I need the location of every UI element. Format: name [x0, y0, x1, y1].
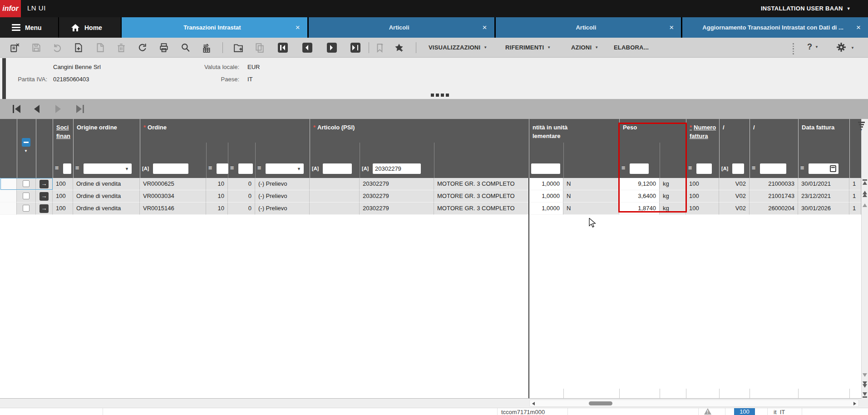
table-row[interactable]: →100Ordine di venditaVR0015146100(-) Pre… [0, 203, 861, 215]
row-drilldown-button[interactable]: → [39, 192, 49, 201]
pane-split-line[interactable] [528, 178, 529, 399]
col-header-numero_fattura[interactable]: *Numero fattura [690, 123, 716, 140]
close-icon[interactable]: × [296, 23, 300, 32]
horizontal-scroll-thumb[interactable] [589, 401, 612, 405]
scroll-page-up-button[interactable] [862, 191, 867, 197]
scroll-left-icon[interactable] [532, 402, 535, 405]
filter-soci-operator[interactable]: = [55, 164, 59, 172]
menu-riferimenti[interactable]: RIFERIMENTI▼ [505, 44, 551, 51]
filter-origine-input[interactable]: ▼ [84, 163, 132, 174]
col-header-data_fattura[interactable]: Data fattura [802, 123, 847, 132]
scroll-page-down-button[interactable] [862, 381, 867, 388]
next-page-button[interactable] [55, 105, 61, 113]
filter-datafat-operator[interactable]: = [800, 164, 804, 172]
row-checkbox[interactable] [23, 180, 30, 187]
bookmark-add-button[interactable] [375, 43, 385, 53]
favorite-add-button[interactable] [394, 43, 404, 53]
col-header-slash1[interactable]: / [723, 123, 747, 132]
filter-art1-input[interactable] [323, 163, 352, 174]
new-record-button[interactable] [74, 43, 84, 53]
first-record-button[interactable] [278, 43, 288, 53]
filter-origine-operator[interactable]: = [75, 164, 79, 172]
scroll-down-button[interactable] [862, 373, 867, 377]
settings-button[interactable]: ▼ [836, 42, 846, 52]
scroll-bottom-button[interactable] [862, 392, 867, 398]
close-icon[interactable]: × [483, 23, 487, 32]
home-button[interactable]: Home [59, 17, 122, 38]
filter-kind-input[interactable]: ▼ [266, 163, 304, 174]
scroll-up-button[interactable] [862, 203, 867, 207]
filter-qty-input[interactable] [531, 163, 560, 174]
col-header-slash2[interactable]: / [753, 123, 795, 132]
toolbar-overflow-handle[interactable] [793, 43, 794, 56]
filter-peso-operator[interactable]: = [621, 164, 625, 172]
previous-record-button[interactable] [302, 43, 312, 53]
table-row[interactable]: →100Ordine di venditaVR0000625100(-) Pre… [0, 178, 861, 190]
tab-articoli-2[interactable]: Articoli × [496, 17, 683, 38]
col-header-quantita[interactable]: ntità in unità lementare [533, 123, 616, 140]
tab-aggiornamento-transazioni[interactable]: Aggiornamento Transazioni Intrastat con … [682, 17, 868, 38]
search-button[interactable] [180, 43, 190, 53]
duplicate-button[interactable] [95, 43, 105, 53]
save-button[interactable] [31, 43, 41, 53]
print-button[interactable] [159, 43, 169, 53]
row-drilldown-button[interactable]: → [39, 180, 49, 188]
filter-slash1-input[interactable] [732, 163, 744, 174]
filter-ordno-input[interactable] [153, 163, 188, 174]
calendar-icon[interactable] [830, 165, 836, 172]
menu-button[interactable]: Menu [0, 17, 59, 38]
user-menu[interactable]: INSTALLATION USER BAAN▼ [761, 5, 851, 12]
col-header-soci[interactable]: Soci finan [56, 123, 70, 140]
scroll-right-icon[interactable] [853, 402, 856, 405]
copy-button[interactable] [255, 43, 265, 53]
col-header-peso[interactable]: Peso [623, 123, 683, 132]
last-page-button[interactable] [76, 105, 82, 113]
company-badge[interactable]: 100 [734, 408, 755, 415]
filter-art2-input[interactable]: 20302279 [373, 163, 421, 174]
exchange-data-button[interactable] [202, 43, 212, 53]
filter-slash1-operator[interactable]: [A] [721, 166, 728, 171]
filter-numfat-input[interactable] [696, 163, 712, 174]
close-form-button[interactable] [10, 43, 20, 53]
menu-azioni[interactable]: AZIONI▼ [571, 44, 598, 51]
splitter-drag-handle[interactable] [431, 94, 449, 97]
row-checkbox[interactable] [23, 205, 30, 212]
col-header-articolo[interactable]: *Articolo (PSI) [313, 123, 526, 132]
previous-page-button[interactable] [34, 105, 39, 113]
refresh-button[interactable] [138, 43, 148, 53]
filter-seq-operator[interactable]: = [230, 164, 234, 172]
warning-icon[interactable] [704, 408, 711, 415]
filter-peso-input[interactable] [630, 163, 649, 174]
chevron-down-icon[interactable]: ▼ [24, 149, 28, 153]
close-icon[interactable]: × [669, 23, 674, 32]
filter-line-input[interactable] [217, 163, 228, 174]
menu-visualizzazioni[interactable]: VISUALIZZAZIONI▼ [429, 44, 487, 51]
filter-icon[interactable]: ▼ [856, 122, 866, 135]
filter-numfat-operator[interactable]: = [688, 164, 692, 172]
filter-kind-operator[interactable]: = [257, 164, 261, 172]
filter-art1-operator[interactable]: [A] [312, 166, 319, 171]
tab-transazioni-intrastat[interactable]: Transazioni Intrastat × [122, 17, 309, 38]
filter-seq-input[interactable] [238, 163, 253, 174]
tab-articoli-1[interactable]: Articoli × [309, 17, 496, 38]
undo-button[interactable] [52, 43, 62, 53]
filter-art2-operator[interactable]: [A] [362, 166, 369, 171]
help-button[interactable]: ?▼ [807, 42, 819, 52]
next-record-button[interactable] [327, 43, 337, 53]
col-header-ordine[interactable]: *Ordine [143, 123, 307, 132]
row-checkbox[interactable] [23, 193, 30, 199]
filter-slash2-operator[interactable]: = [752, 164, 755, 172]
scroll-top-button[interactable] [862, 179, 867, 185]
filter-slash2-input[interactable] [760, 163, 786, 174]
filter-soci-input[interactable] [63, 163, 71, 174]
select-all-checkbox[interactable] [22, 138, 30, 147]
delete-button[interactable] [116, 43, 126, 53]
filter-ordno-operator[interactable]: [A] [142, 166, 149, 171]
first-page-button[interactable] [13, 105, 20, 113]
new-group-button[interactable] [233, 43, 243, 53]
last-record-button[interactable] [350, 43, 360, 53]
menu-elabora[interactable]: ELABORA... [614, 44, 649, 51]
close-icon[interactable]: × [856, 23, 861, 32]
filter-line-operator[interactable]: = [208, 164, 212, 172]
row-drilldown-button[interactable]: → [39, 204, 49, 213]
